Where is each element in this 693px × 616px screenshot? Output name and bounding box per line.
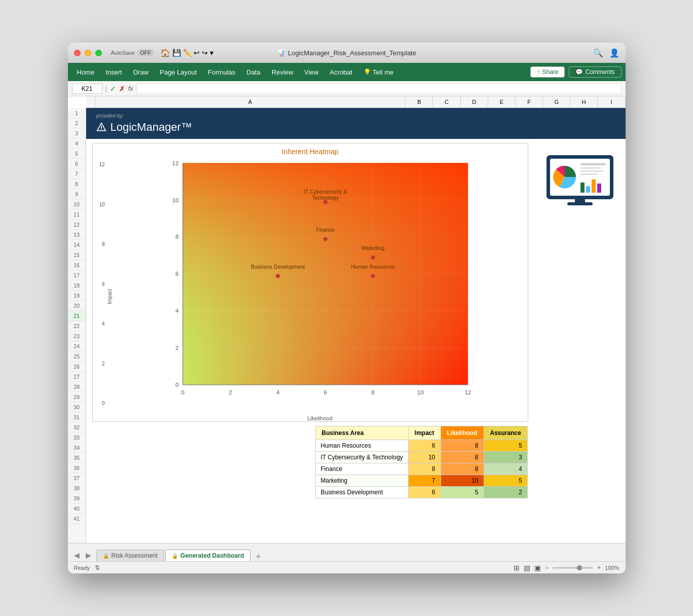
svg-text:0: 0 [181,389,184,395]
autosave-toggle[interactable]: OFF [137,49,154,56]
svg-text:10: 10 [417,389,424,395]
close-button[interactable] [74,50,81,56]
empty-rows-spacer [86,502,626,543]
col-header-d[interactable]: D [461,96,488,107]
checkmark-icon[interactable]: ✓ [110,85,116,93]
toolbar-icons[interactable]: AutoSave OFF 🏠 💾 ✏️ ↩ ↪ ▾ [106,48,214,58]
grid-view-icon[interactable]: ⊞ [514,564,520,572]
undo-icon[interactable]: ↩ [194,49,200,57]
svg-text:Marketing: Marketing [361,245,384,251]
home-icon[interactable]: 🏠 [160,48,170,58]
account-icon[interactable]: 👤 [609,48,619,58]
y-tick-10: 10 [99,202,104,207]
menu-review[interactable]: Review [267,66,299,78]
tab-next-button[interactable]: ▶ [84,549,93,561]
svg-rect-48 [580,173,598,175]
svg-rect-45 [580,163,606,165]
formula-divider: | [105,85,107,92]
col-header-b[interactable]: B [406,96,433,107]
traffic-lights[interactable] [74,50,102,56]
row-number-36: 36 [68,463,86,473]
fullscreen-button[interactable] [95,50,102,56]
zoom-plus-icon[interactable]: + [597,564,601,571]
th-likelihood: Likelihood [441,426,484,440]
window-title: LogicManager_Risk_Assessment_Template [288,49,416,57]
menu-home[interactable]: Home [72,66,100,78]
td-impact: 6 [408,440,441,452]
row-number-14: 14 [68,240,86,250]
td-assurance: 5 [484,440,527,452]
tab-risk-assessment[interactable]: 🔒 Risk Assessment [96,550,164,561]
save-icon[interactable]: 💾 [172,49,181,57]
svg-text:Finance: Finance [316,227,335,233]
svg-text:12: 12 [172,160,178,166]
page-break-icon[interactable]: ▣ [534,564,541,572]
menu-draw[interactable]: Draw [128,66,154,78]
y-tick-2: 2 [102,361,105,367]
svg-text:4: 4 [276,389,279,395]
td-likelihood: 5 [441,487,484,498]
td-business-area: Marketing [315,475,408,487]
zoom-slider[interactable] [553,567,593,569]
y-tick-4: 4 [102,321,105,327]
data-table: Business Area Impact Likelihood Assuranc… [315,426,528,498]
col-header-i[interactable]: I [598,96,625,107]
row-number-13: 13 [68,230,86,240]
formula-bar: | ✓ ✗ fx [68,81,626,96]
heatmap-section: Inherent Heatmap 12 10 8 6 4 2 [86,143,534,498]
share-button[interactable]: ↑ Share [530,66,565,78]
tab-generated-dashboard[interactable]: 🔒 Generated Dashboard [165,550,250,561]
row-number-15: 15 [68,250,86,260]
minimize-button[interactable] [85,50,91,56]
svg-point-38 [371,256,375,260]
td-impact: 10 [408,452,441,463]
col-header-c[interactable]: C [433,96,460,107]
row-number-30: 30 [68,402,86,412]
lock-icon-1: 🔒 [103,553,109,559]
comments-button[interactable]: 💬 Comments [569,66,621,78]
svg-text:0: 0 [175,382,178,388]
row-number-3: 3 [68,128,86,138]
menu-formulas[interactable]: Formulas [203,66,240,78]
fx-icon: fx [128,85,133,92]
more-icon[interactable]: ▾ [210,49,213,57]
row-number-21: 21 [68,311,86,321]
cross-icon[interactable]: ✗ [119,85,125,93]
col-header-h[interactable]: H [570,96,598,107]
menu-view[interactable]: View [299,66,323,78]
th-business-area: Business Area [315,426,408,440]
menu-data[interactable]: Data [241,66,265,78]
table-row: Business Development 6 5 2 [315,487,527,498]
comments-icon: 💬 [575,68,583,76]
ready-status: Ready [74,565,90,571]
formula-input[interactable] [136,84,622,94]
tab-prev-button[interactable]: ◀ [72,549,82,561]
col-header-g[interactable]: G [543,96,570,107]
row-number-41: 41 [68,514,86,524]
page-view-icon[interactable]: ▤ [524,564,530,572]
row-number-37: 37 [68,473,86,483]
col-header-f[interactable]: F [516,96,543,107]
edit-icon[interactable]: ✏️ [183,49,192,57]
svg-rect-52 [597,184,601,193]
cell-reference-input[interactable] [72,84,102,94]
add-sheet-button[interactable]: + [251,552,265,561]
heatmap-container: Inherent Heatmap 12 10 8 6 4 2 [92,143,528,422]
tab-navigation[interactable]: ◀ ▶ [72,549,93,561]
zoom-minus-icon[interactable]: − [545,564,549,571]
row-number-31: 31 [68,412,86,422]
table-row: Human Resources 6 8 5 [315,440,527,452]
search-icon[interactable]: 🔍 [593,48,603,58]
menu-page-layout[interactable]: Page Layout [155,66,202,78]
menu-insert[interactable]: Insert [100,66,127,78]
col-header-e[interactable]: E [488,96,516,107]
tab-generated-dashboard-label: Generated Dashboard [180,552,244,559]
svg-rect-49 [580,183,585,193]
redo-icon[interactable]: ↪ [202,49,208,57]
td-impact: 7 [408,475,441,487]
menu-tell-me[interactable]: 💡 Tell me [358,66,398,78]
col-header-a[interactable]: A [95,96,406,107]
td-business-area: Human Resources [315,440,408,452]
row-number-23: 23 [68,331,86,341]
menu-acrobat[interactable]: Acrobat [324,66,357,78]
